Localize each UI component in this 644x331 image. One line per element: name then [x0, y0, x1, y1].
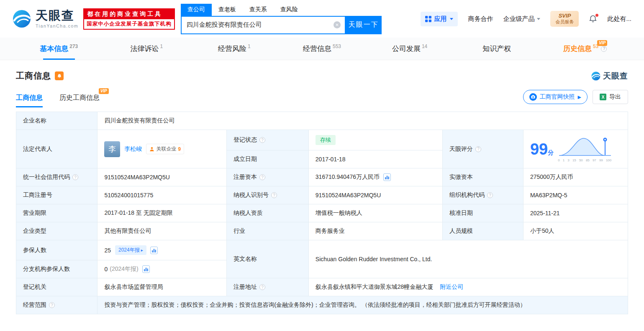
tab-company-development-label: 公司发展 [392, 44, 421, 53]
slogan-line2: 国家中小企业发展子基金旗下机构 [84, 19, 174, 29]
capital-chart-icon[interactable] [383, 173, 391, 181]
vip-tag: VIP [597, 40, 607, 46]
help-icon[interactable] [259, 137, 265, 143]
search-tab-risk[interactable]: 查风险 [274, 4, 305, 16]
field-value-tyc-score: 99分 013 155085 9799100 [523, 130, 628, 168]
field-label-business-scope: 经营范围 [16, 296, 97, 314]
field-label-legal-rep: 法定代表人 [16, 130, 97, 168]
legal-rep-avatar[interactable]: 李 [104, 141, 120, 157]
export-button[interactable]: X 导出 [593, 90, 628, 104]
field-label-taxpayer-id: 纳税人识别号 [226, 186, 308, 204]
search-button[interactable]: 天眼一下 [346, 16, 382, 34]
field-value-credit-code: 91510524MA63P2MQ5U [97, 168, 226, 186]
help-icon[interactable] [487, 192, 493, 198]
tianyancha-logo-icon [591, 71, 601, 81]
related-companies-button[interactable]: 关联企业 9 [146, 144, 184, 154]
table-row: 参保人数 25 2024年报 英文名称 Sichuan Golden Rudde… [16, 240, 628, 260]
tab-intellectual-property[interactable]: 知识产权 [454, 38, 541, 60]
svip-membership-button[interactable]: SVIP 会员服务 [550, 11, 579, 27]
help-icon[interactable] [72, 174, 78, 180]
field-label-insured-num: 参保人数 [16, 240, 97, 260]
svip-sublabel: 会员服务 [555, 19, 574, 25]
sub-tabs-row: 工商信息 历史工商信息 VIP 工商官网快照 ▶ X [16, 90, 628, 107]
logo-en: TianYanCha.com [36, 23, 78, 28]
tab-operating-risk-label: 经营风险 [218, 44, 246, 53]
camera-icon [529, 93, 537, 101]
table-row: 登记机关 叙永县市场监督管理局 注册地址 叙永县叙永镇和平大道御景东城28幢金融… [16, 278, 628, 296]
help-icon[interactable] [259, 284, 265, 290]
notifications-button[interactable] [589, 15, 597, 23]
apps-menu[interactable]: 应用 [421, 12, 458, 26]
help-icon[interactable] [601, 46, 607, 52]
username[interactable]: 此处有... [607, 15, 631, 23]
tab-history-info[interactable]: 历史信息 53 VIP [541, 38, 629, 60]
table-row: 工商注册号 510524001015775 纳税人识别号 91510524MA6… [16, 186, 628, 204]
menu-enterprise-products[interactable]: 企业级产品 [503, 15, 540, 23]
field-label-business-term: 营业期限 [16, 204, 97, 222]
person-icon [149, 147, 154, 152]
field-label-approval-date: 核准日期 [442, 204, 523, 222]
field-label-taxpayer-quality: 纳税人资质 [226, 204, 308, 222]
subscribe-bell-button[interactable] [55, 71, 64, 80]
bell-curve-chart [558, 136, 612, 157]
field-value-staff-size: 小于50人 [523, 222, 628, 240]
search-tab-relation[interactable]: 查关系 [243, 4, 274, 16]
tab-company-development-count: 14 [422, 43, 427, 49]
slogan-banner: 都在用的商业查询工具 国家中小企业发展子基金旗下机构 [83, 8, 175, 30]
tab-operating-info[interactable]: 经营信息 553 [278, 38, 366, 60]
tab-company-development[interactable]: 公司发展 14 [366, 38, 454, 60]
field-label-credit-code: 统一社会信用代码 [16, 168, 97, 186]
branch-insured-chart-icon[interactable] [142, 265, 150, 273]
insured-chart-icon[interactable] [150, 247, 158, 254]
field-value-company-name: 四川金舵投资有限责任公司 [97, 112, 628, 130]
annual-report-note: (2024年报) [110, 265, 138, 273]
subtab-business-info[interactable]: 工商信息 [16, 94, 43, 107]
watermark-logo-text: 天眼查 [603, 71, 628, 81]
nearby-companies-link[interactable]: 附近公司 [440, 283, 463, 290]
search-box: 天眼一下 [181, 16, 382, 34]
menu-business-cooperation[interactable]: 商务合作 [468, 15, 493, 23]
field-value-insured-num: 25 2024年报 [97, 240, 226, 260]
help-icon[interactable] [49, 302, 55, 308]
field-value-legal-rep: 李 李松峻 关联企业 9 [97, 130, 226, 168]
svip-label: SVIP [555, 13, 574, 19]
tab-operating-risk[interactable]: 经营风险 1 [190, 38, 278, 60]
clear-search-icon[interactable] [334, 21, 341, 28]
tab-legal-lawsuits-label: 法律诉讼 [131, 44, 159, 53]
annual-report-badge[interactable]: 2024年报 [115, 245, 146, 255]
search-input[interactable] [187, 21, 334, 28]
field-value-taxpayer-id: 91510524MA63P2MQ5U [308, 186, 442, 204]
help-icon[interactable] [475, 146, 481, 152]
apps-label: 应用 [434, 15, 446, 23]
search-area: 查公司 查老板 查关系 查风险 天眼一下 [181, 4, 382, 34]
table-row: 企业类型 其他有限责任公司 行业 商务服务业 人员规模 小于50人 [16, 222, 628, 240]
field-value-business-scope: 投资与资产管理；股权投资；债权投资；企业并购；投资信息咨询(金融业务除外)；企业… [97, 296, 628, 314]
field-value-branch-insured: 0 (2024年报) [97, 260, 226, 278]
subtab-history-label: 历史工商信息 [59, 94, 100, 101]
table-row: 法定代表人 李 李松峻 关联企业 9 登记状态 [16, 130, 628, 150]
main-content: 工商信息 天眼查 工商信息 历史工商信息 VIP [0, 70, 644, 314]
field-label-reg-address: 注册地址 [226, 278, 308, 296]
chevron-down-icon [537, 18, 540, 20]
legal-rep-name-link[interactable]: 李松峻 [124, 145, 142, 153]
tab-intellectual-property-label: 知识产权 [482, 44, 511, 53]
help-icon[interactable] [259, 174, 265, 180]
field-label-reg-status: 登记状态 [226, 130, 308, 150]
field-value-org-code: MA63P2MQ-5 [523, 186, 628, 204]
tianyancha-logo[interactable]: 天眼查 TianYanCha.com [12, 9, 78, 29]
field-value-establish-date: 2017-01-18 [308, 150, 442, 168]
field-label-establish-date: 成立日期 [226, 150, 308, 168]
search-tab-boss[interactable]: 查老板 [212, 4, 243, 16]
field-value-business-term: 2017-01-18 至 无固定期限 [97, 204, 226, 222]
tab-basic-info[interactable]: 基本信息 273 [15, 38, 103, 60]
tab-operating-risk-count: 1 [248, 43, 251, 49]
subtab-history-business-info[interactable]: 历史工商信息 VIP [59, 94, 100, 107]
tab-legal-lawsuits[interactable]: 法律诉讼 1 [103, 38, 191, 60]
search-tab-company[interactable]: 查公司 [181, 4, 212, 16]
chevron-down-icon [450, 18, 453, 20]
slogan-line1: 都在用的商业查询工具 [84, 9, 174, 19]
sub-tabs: 工商信息 历史工商信息 VIP [16, 94, 100, 107]
official-snapshot-button[interactable]: 工商官网快照 ▶ [523, 90, 588, 104]
help-icon[interactable] [271, 192, 277, 198]
section-header: 工商信息 天眼查 [16, 70, 628, 81]
